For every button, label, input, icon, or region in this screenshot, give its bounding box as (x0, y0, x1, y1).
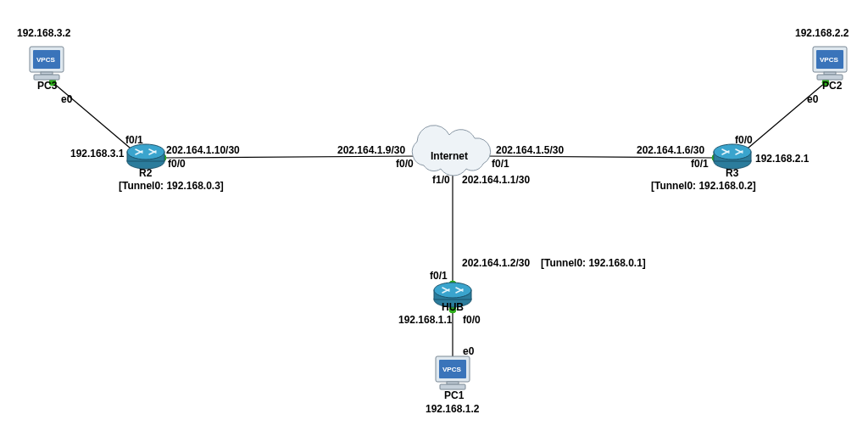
pc3-icon[interactable]: VPCS (30, 47, 64, 80)
pc1-name: PC1 (444, 389, 464, 401)
hub-name: HUB (442, 301, 464, 313)
r3-tunnel: [Tunnel0: 192.168.0.2] (651, 180, 756, 192)
pc3-e0: e0 (61, 93, 72, 105)
link-internet-r3 (486, 156, 715, 158)
pc1-e0: e0 (463, 345, 474, 357)
router-r3-icon[interactable] (714, 144, 751, 169)
r2-if-wan: f0/0 (168, 158, 186, 170)
inet-if-down: f1/0 (432, 174, 450, 186)
r3-if-lan: f0/0 (735, 134, 753, 146)
hub-ip-wan: 202.164.1.2/30 (462, 257, 530, 269)
vpcs-badge: VPCS (442, 366, 461, 373)
r2-tunnel: [Tunnel0: 192.168.0.3] (119, 180, 224, 192)
r2-name: R2 (139, 167, 152, 179)
pc1-ip: 192.168.1.2 (426, 403, 479, 415)
internet-cloud-icon[interactable]: Internet (412, 126, 490, 176)
r3-if-wan: f0/1 (691, 158, 709, 170)
pc1-icon[interactable]: VPCS (436, 356, 470, 389)
inet-ip-right: 202.164.1.5/30 (496, 144, 564, 156)
vpcs-badge: VPCS (820, 56, 838, 64)
r3-ip-lan: 192.168.2.1 (755, 153, 809, 165)
pc3-ip: 192.168.3.2 (17, 27, 70, 39)
hub-ip-lan: 192.168.1.1 (398, 314, 452, 326)
vpcs-badge: VPCS (36, 56, 55, 64)
link-r2-internet (163, 156, 418, 158)
internet-label: Internet (431, 150, 468, 162)
r2-if-lan: f0/1 (125, 134, 143, 146)
svg-point-17 (714, 144, 751, 160)
svg-point-20 (434, 283, 471, 298)
r3-name: R3 (726, 167, 738, 179)
r2-ip-lan: 192.168.3.1 (70, 148, 124, 160)
pc2-name: PC2 (822, 80, 842, 92)
router-r2-icon[interactable] (127, 144, 164, 169)
svg-point-14 (127, 144, 164, 160)
hub-tunnel: [Tunnel0: 192.168.0.1] (541, 257, 646, 269)
inet-ip-left: 202.164.1.9/30 (337, 144, 405, 156)
hub-if-lan: f0/0 (463, 314, 481, 326)
inet-if-left: f0/0 (396, 158, 414, 170)
pc3-name: PC3 (37, 80, 57, 92)
pc2-icon[interactable]: VPCS (813, 47, 847, 80)
inet-if-right: f0/1 (492, 158, 509, 170)
inet-ip-down: 202.164.1.1/30 (462, 174, 530, 186)
r2-ip-wan: 202.164.1.10/30 (166, 144, 240, 156)
topology-canvas: VPCS VPCS VPCS (0, 0, 868, 431)
pc2-e0: e0 (807, 93, 818, 105)
hub-if-wan: f0/1 (430, 270, 448, 282)
pc2-ip: 192.168.2.2 (795, 27, 849, 39)
r3-ip-wan: 202.164.1.6/30 (637, 144, 704, 156)
topology-svg: VPCS VPCS VPCS (0, 0, 868, 431)
